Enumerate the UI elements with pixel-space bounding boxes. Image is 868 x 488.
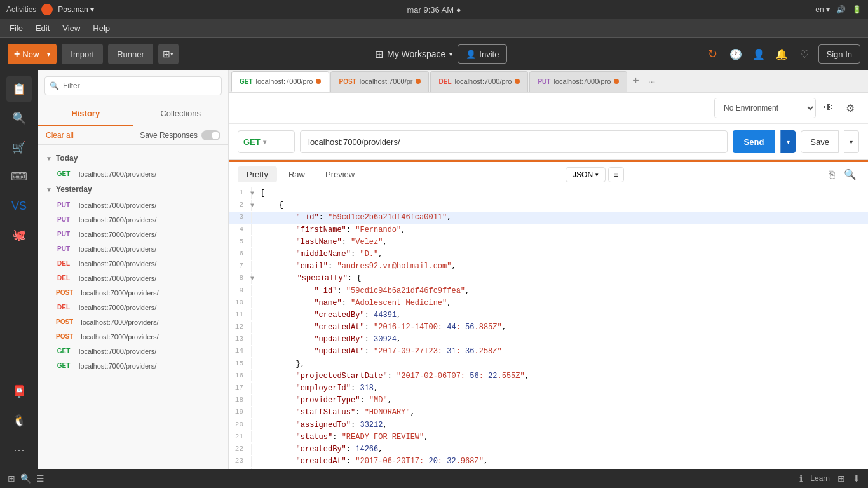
list-item[interactable]: POST localhost:7000/providers/ [38,285,228,300]
tab-history[interactable]: History [38,102,133,126]
sidebar-item-postman[interactable]: 📮 [6,379,32,404]
console-btn[interactable]: ☰ [36,473,44,484]
menu-edit[interactable]: Edit [36,24,50,33]
tab-raw[interactable]: Raw [280,166,314,182]
list-item[interactable]: POST localhost:7000/providers/ [38,315,228,329]
list-item[interactable]: GET localhost:7000/providers/ [38,166,228,181]
import-button[interactable]: Import [62,44,103,64]
json-content: "staffStatus": "HONORARY", [259,407,868,419]
history-icon-btn[interactable]: 🕐 [727,45,745,63]
learn-label[interactable]: Learn [810,474,830,483]
request-tab-3[interactable]: PUT localhost:7000/pro [529,71,627,92]
download-btn[interactable]: ⬇ [853,473,860,484]
tab-pretty[interactable]: Pretty [238,166,277,182]
list-item[interactable]: DEL localhost:7000/providers/ [38,256,228,271]
list-item[interactable]: DEL localhost:7000/providers/ [38,271,228,285]
invite-label: Invite [479,50,499,59]
list-item[interactable]: PUT localhost:7000/providers/ [38,227,228,241]
workspace-label: My Workspace [387,49,445,59]
filter-input[interactable] [44,76,222,95]
sidebar-item-terminal[interactable]: ⌨ [6,164,32,189]
list-item[interactable]: PUT localhost:7000/providers/ [38,198,228,212]
json-line: 23 "createdAt": "2017-06-20T17: 20: 32.9… [229,456,868,468]
send-button[interactable]: Send [733,130,776,153]
history-url: localhost:7000/providers/ [81,289,158,297]
activities-label[interactable]: Activities [6,5,36,14]
clear-all-button[interactable]: Clear all [46,131,74,140]
line-number: 12 [229,322,252,333]
save-responses-switch[interactable] [201,130,220,140]
right-panel: GET localhost:7000/pro POST localhost:70… [229,70,868,469]
wrap-icon-button[interactable]: ≡ [608,167,624,182]
sidebar-item-extensions[interactable]: 🛒 [6,135,32,160]
list-item[interactable]: GET localhost:7000/providers/ [38,358,228,373]
send-dropdown-button[interactable]: ▾ [780,130,796,153]
more-tabs-button[interactable]: ··· [644,76,660,86]
heart-icon-btn[interactable]: ♡ [796,45,813,63]
response-area: Pretty Raw Preview JSON ▾ ≡ ⎘ 🔍 [229,162,868,469]
line-number: 4 [229,224,252,236]
new-button[interactable]: + New ▾ [8,44,57,64]
history-group-yesterday[interactable]: ▼ Yesterday [38,181,228,198]
line-number: 5 [229,236,252,248]
json-line: 5 "lastName": "Velez", [229,236,868,248]
history-group-today[interactable]: ▼ Today [38,150,228,166]
runner-button[interactable]: Runner [108,44,153,64]
list-item[interactable]: POST localhost:7000/providers/ [38,329,228,344]
method-badge: GET [53,347,74,355]
sidebar-item-grid[interactable]: ⋯ [6,437,32,463]
tab-method: GET [240,78,253,85]
search-response-btn[interactable]: 🔍 [841,166,859,183]
request-tab-1[interactable]: POST localhost:7000/pr [330,71,429,92]
menu-view[interactable]: View [62,24,80,33]
menu-help[interactable]: Help [93,24,110,33]
json-content: "createdBy": 14266, [259,444,868,456]
new-dropdown-arrow[interactable]: ▾ [43,51,50,58]
system-bar-right: en ▾ 🔊 🔋 [815,5,862,14]
request-tab-0[interactable]: GET localhost:7000/pro [231,71,329,92]
sidebar-item-search[interactable]: 🔍 [6,105,32,131]
settings-icon-btn[interactable]: ⚙ [841,99,859,117]
sidebar-item-vscode[interactable]: VS [6,193,32,219]
tab-method: POST [339,78,356,85]
more-options-button[interactable]: ⊞ ▾ [158,44,179,64]
notification-icon-btn[interactable]: 🔔 [773,45,790,63]
save-button[interactable]: Save [801,130,839,153]
method-select[interactable]: GET ▾ [238,130,295,153]
tab-preview[interactable]: Preview [316,166,363,182]
layout-toggle-btn[interactable]: ⊞ [8,473,15,484]
list-item[interactable]: PUT localhost:7000/providers/ [38,212,228,227]
environment-select[interactable]: No Environment [714,98,816,118]
search-bottom-btn[interactable]: 🔍 [20,473,31,484]
grid-bottom-btn[interactable]: ⊞ [837,473,845,484]
list-item[interactable]: PUT localhost:7000/providers/ [38,241,228,256]
sidebar-item-git[interactable]: 🐙 [6,222,32,248]
list-item[interactable]: GET localhost:7000/providers/ [38,344,228,358]
sidebar-item-history[interactable]: 📋 [6,76,32,102]
search-area: 🔍 [38,70,228,102]
save-dropdown-button[interactable]: ▾ [844,130,859,153]
invite-button[interactable]: 👤 Invite [458,44,507,64]
workspace-button[interactable]: ⊞ My Workspace ▾ [375,48,452,60]
sync-button[interactable]: ↻ [704,45,722,63]
format-select-button[interactable]: JSON ▾ [566,167,606,182]
sidebar-item-ubuntu[interactable]: 🐧 [6,408,32,433]
user-icon-btn[interactable]: 👤 [750,45,768,63]
line-number: 7 [229,261,252,272]
sign-in-button[interactable]: Sign In [818,44,860,64]
copy-icon-btn[interactable]: ⎘ [826,166,837,183]
response-toolbar: Pretty Raw Preview JSON ▾ ≡ ⎘ 🔍 [229,162,868,187]
add-tab-button[interactable]: + [628,74,643,88]
line-number: 11 [229,309,252,321]
language-indicator[interactable]: en ▾ [815,5,830,14]
eye-icon-btn[interactable]: 👁 [820,99,837,117]
list-item[interactable]: DEL localhost:7000/providers/ [38,300,228,315]
menu-file[interactable]: File [10,24,23,33]
info-icon-btn[interactable]: ℹ [799,473,803,484]
method-badge: GET [53,362,74,370]
tab-collections[interactable]: Collections [133,102,229,126]
save-responses-toggle: Save Responses [140,130,220,140]
request-tab-2[interactable]: DEL localhost:7000/pro [430,71,528,92]
json-content: }, [259,358,868,370]
url-input[interactable] [300,130,728,153]
